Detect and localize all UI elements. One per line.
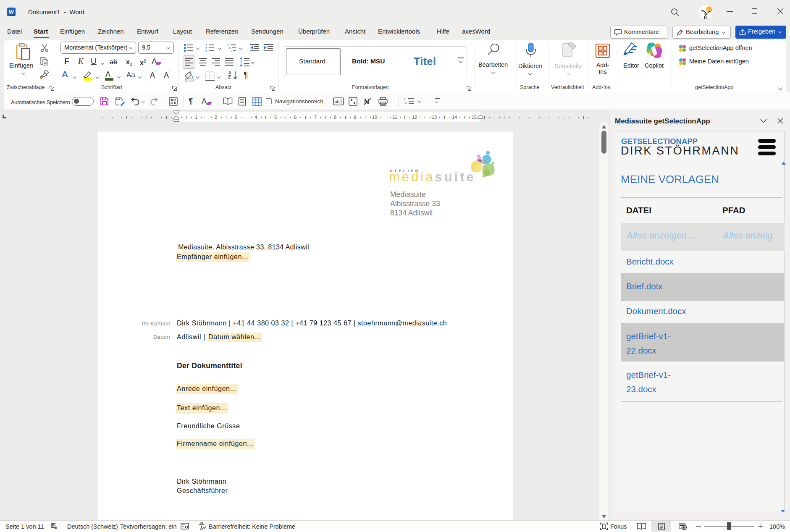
- svg-text:1: 1: [227, 44, 229, 47]
- svg-text:1: 1: [404, 98, 406, 101]
- svg-text:i: i: [231, 50, 231, 52]
- svg-text:ab: ab: [335, 100, 340, 104]
- svg-text:W: W: [9, 9, 14, 15]
- svg-text:3: 3: [205, 50, 207, 52]
- svg-text:a: a: [229, 47, 231, 50]
- svg-text:1: 1: [205, 44, 207, 47]
- svg-text:a: a: [405, 102, 407, 105]
- svg-text:2: 2: [205, 47, 207, 50]
